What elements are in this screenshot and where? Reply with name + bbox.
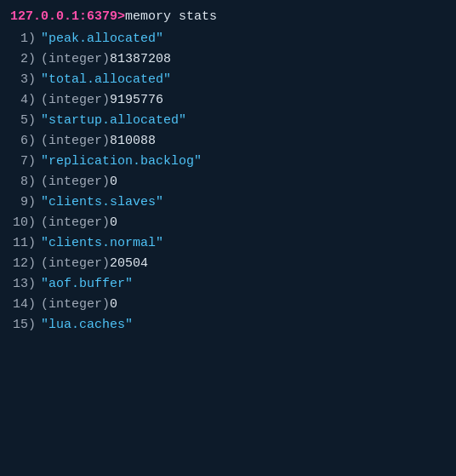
string-value: "clients.slaves" [41,192,163,213]
output-line: 5)"startup.allocated" [10,111,446,131]
output-line: 15)"lua.caches" [10,315,446,335]
type-label: (integer) [41,90,110,111]
line-number: 1) [12,29,36,49]
type-label: (integer) [41,213,110,233]
output-line: 11)"clients.normal" [10,233,446,254]
output-line: 7)"replication.backlog" [10,152,446,172]
output-line: 1)"peak.allocated" [10,29,446,49]
output-line: 2)(integer) 81387208 [10,49,446,70]
string-value: "peak.allocated" [41,29,163,49]
type-label: (integer) [41,295,110,315]
string-value: "clients.normal" [41,233,163,254]
integer-value: 810088 [110,131,156,152]
line-number: 2) [12,49,36,70]
line-number: 4) [12,90,36,111]
string-value: "aof.buffer" [41,274,133,295]
line-number: 6) [12,131,36,152]
type-label: (integer) [41,49,110,70]
type-label: (integer) [41,131,110,152]
output-line: 12)(integer) 20504 [10,254,446,274]
line-number: 14) [12,295,36,315]
integer-value: 0 [110,213,117,233]
integer-value: 9195776 [110,90,163,111]
line-number: 10) [12,213,36,233]
output-line: 9)"clients.slaves" [10,192,446,213]
type-label: (integer) [41,172,110,192]
output-line: 13)"aof.buffer" [10,274,446,295]
line-number: 9) [12,192,36,213]
string-value: "lua.caches" [41,315,133,335]
output-line: 10)(integer) 0 [10,213,446,233]
output-line: 6)(integer) 810088 [10,131,446,152]
integer-value: 81387208 [110,49,171,70]
line-number: 15) [12,315,36,335]
line-number: 8) [12,172,36,192]
output-line: 3)"total.allocated" [10,70,446,90]
line-number: 13) [12,274,36,295]
string-value: "total.allocated" [41,70,171,90]
line-number: 5) [12,111,36,131]
line-number: 11) [12,233,36,254]
prompt-line: 127.0.0.1:6379> memory stats [10,7,446,27]
string-value: "startup.allocated" [41,111,186,131]
line-number: 3) [12,70,36,90]
integer-value: 20504 [110,254,148,274]
output-line: 8)(integer) 0 [10,172,446,192]
prompt-command: memory stats [125,7,217,27]
string-value: "replication.backlog" [41,152,202,172]
output-container: 1)"peak.allocated"2)(integer) 813872083)… [10,29,446,335]
output-line: 4)(integer) 9195776 [10,90,446,111]
line-number: 7) [12,152,36,172]
terminal-window: 127.0.0.1:6379> memory stats 1)"peak.all… [0,0,456,476]
prompt-host: 127.0.0.1:6379> [10,7,125,27]
output-line: 14)(integer) 0 [10,295,446,315]
integer-value: 0 [110,172,117,192]
line-number: 12) [12,254,36,274]
type-label: (integer) [41,254,110,274]
integer-value: 0 [110,295,117,315]
